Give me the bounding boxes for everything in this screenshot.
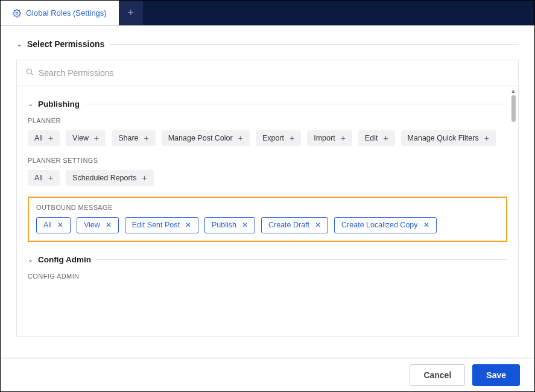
plus-icon: + bbox=[144, 134, 149, 142]
scroll-up-icon: ▲ bbox=[510, 88, 516, 94]
chip-ps-scheduled-reports[interactable]: Scheduled Reports+ bbox=[66, 170, 154, 186]
chip-planner-share[interactable]: Share+ bbox=[112, 130, 156, 146]
divider bbox=[84, 104, 507, 104]
svg-point-0 bbox=[16, 12, 18, 14]
subsection-publishing[interactable]: ⌄ Publishing bbox=[28, 100, 507, 109]
chip-ps-all[interactable]: All+ bbox=[28, 170, 60, 186]
subsection-config-admin[interactable]: ⌄ Config Admin bbox=[28, 255, 507, 264]
chip-out-view[interactable]: View✕ bbox=[77, 217, 119, 233]
plus-icon: + bbox=[341, 134, 346, 142]
chip-out-edit-sent-post[interactable]: Edit Sent Post✕ bbox=[125, 217, 198, 233]
search-bar bbox=[17, 60, 518, 86]
search-input[interactable] bbox=[39, 68, 510, 78]
subsection-title: Config Admin bbox=[38, 255, 91, 264]
scroll-thumb[interactable] bbox=[511, 95, 516, 122]
chip-row-planner-settings: All+ Scheduled Reports+ bbox=[28, 170, 507, 186]
plus-icon: + bbox=[484, 134, 489, 142]
group-label-config-admin: CONFIG ADMIN bbox=[28, 273, 507, 280]
chip-planner-manage-post-color[interactable]: Manage Post Color+ bbox=[162, 130, 250, 146]
chip-row-outbound: All✕ View✕ Edit Sent Post✕ Publish✕ Crea… bbox=[36, 217, 499, 233]
chip-planner-all[interactable]: All+ bbox=[28, 130, 60, 146]
plus-icon: + bbox=[48, 134, 53, 142]
plus-icon: + bbox=[142, 174, 147, 182]
chevron-down-icon: ⌄ bbox=[16, 40, 22, 48]
chip-planner-manage-quick-filters[interactable]: Manage Quick Filters+ bbox=[401, 130, 496, 146]
tab-label: Global Roles (Settings) bbox=[26, 8, 107, 17]
chip-out-publish[interactable]: Publish✕ bbox=[204, 217, 255, 233]
save-button[interactable]: Save bbox=[472, 364, 520, 386]
subsection-title: Publishing bbox=[38, 100, 80, 109]
chip-planner-export[interactable]: Export+ bbox=[256, 130, 301, 146]
close-icon: ✕ bbox=[185, 221, 191, 229]
outbound-highlight: OUTBOUND MESSAGE All✕ View✕ Edit Sent Po… bbox=[28, 197, 507, 242]
chevron-down-icon: ⌄ bbox=[28, 100, 33, 108]
new-tab-button[interactable]: + bbox=[119, 1, 143, 25]
gear-icon bbox=[13, 9, 21, 17]
group-label-planner: PLANNER bbox=[28, 117, 507, 124]
plus-icon: + bbox=[94, 134, 99, 142]
chip-row-planner: All+ View+ Share+ Manage Post Color+ Exp… bbox=[28, 130, 507, 146]
tab-bar: Global Roles (Settings) + bbox=[1, 1, 534, 26]
scrollbar[interactable]: ▲ bbox=[510, 88, 516, 334]
cancel-button[interactable]: Cancel bbox=[410, 364, 465, 386]
chip-out-all[interactable]: All✕ bbox=[36, 217, 71, 233]
plus-icon: + bbox=[127, 7, 134, 19]
tab-global-roles[interactable]: Global Roles (Settings) bbox=[1, 1, 119, 25]
plus-icon: + bbox=[290, 134, 294, 142]
plus-icon: + bbox=[48, 174, 53, 182]
footer: Cancel Save bbox=[1, 359, 534, 391]
chip-out-create-draft[interactable]: Create Draft✕ bbox=[261, 217, 328, 233]
chip-out-create-localized-copy[interactable]: Create Localized Copy✕ bbox=[334, 217, 436, 233]
search-icon bbox=[25, 68, 34, 78]
divider bbox=[109, 44, 519, 45]
chevron-down-icon: ⌄ bbox=[28, 256, 33, 264]
svg-line-2 bbox=[31, 74, 33, 75]
plus-icon: + bbox=[383, 134, 388, 142]
section-select-permissions[interactable]: ⌄ Select Permissions bbox=[16, 39, 519, 49]
close-icon: ✕ bbox=[57, 221, 63, 229]
close-icon: ✕ bbox=[315, 221, 321, 229]
close-icon: ✕ bbox=[106, 221, 112, 229]
chip-planner-edit[interactable]: Edit+ bbox=[358, 130, 395, 146]
section-title: Select Permissions bbox=[27, 39, 104, 49]
permissions-panel: ⌄ Publishing PLANNER All+ View+ Share+ M… bbox=[16, 60, 519, 337]
plus-icon: + bbox=[238, 134, 243, 142]
divider bbox=[96, 259, 507, 260]
group-label-planner-settings: PLANNER SETTINGS bbox=[28, 157, 507, 164]
content: ⌄ Select Permissions ⌄ Publishing PLANNE… bbox=[1, 26, 534, 359]
chip-planner-view[interactable]: View+ bbox=[66, 130, 106, 146]
svg-point-1 bbox=[27, 69, 31, 74]
permissions-scroll[interactable]: ⌄ Publishing PLANNER All+ View+ Share+ M… bbox=[17, 86, 518, 336]
close-icon: ✕ bbox=[423, 221, 429, 229]
close-icon: ✕ bbox=[242, 221, 248, 229]
group-label-outbound: OUTBOUND MESSAGE bbox=[36, 204, 499, 211]
chip-planner-import[interactable]: Import+ bbox=[307, 130, 352, 146]
